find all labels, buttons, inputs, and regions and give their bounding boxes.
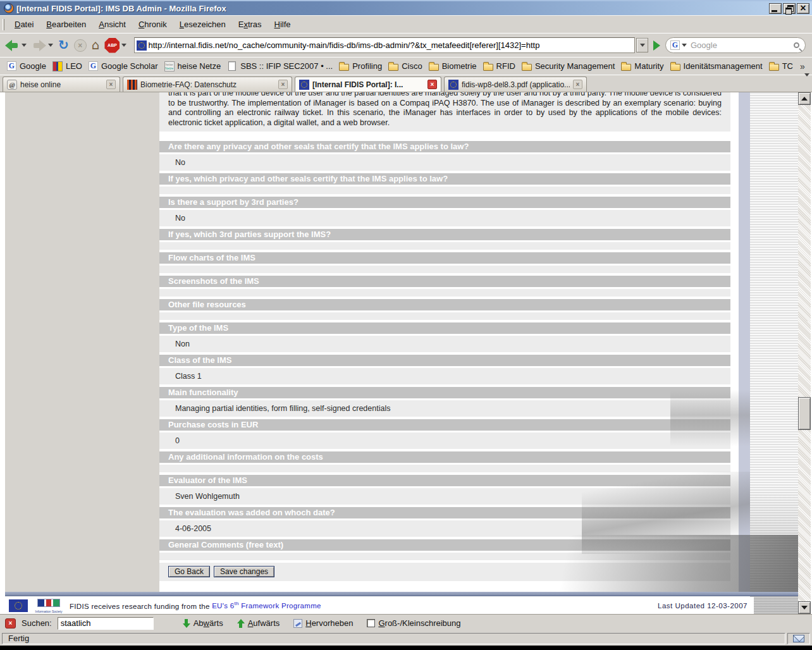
find-previous-button[interactable]: Aufwärts	[237, 618, 280, 628]
menu-item-ansicht[interactable]: Ansicht	[92, 18, 132, 31]
bookmark-sbs-ifip-sec2007[interactable]: SBS :: IFIP SEC2007 • ...	[224, 60, 336, 72]
field-label: General Comments (free text)	[159, 539, 730, 551]
form-field-if-yes-which-3rd-parties-support-the-ims: If yes, which 3rd parties support the IM…	[159, 229, 730, 250]
close-button[interactable]	[797, 3, 809, 14]
arrow-up-icon	[237, 619, 245, 628]
tab-internal-fidis-portal-i[interactable]: [Internal FIDIS Portal]: I...×	[295, 77, 441, 92]
find-close-button[interactable]: ×	[5, 618, 16, 629]
search-engine-dropdown-icon[interactable]	[682, 44, 687, 47]
form-field-evaluator-of-the-ims: Evaluator of the IMSSven Wohlgemuth	[159, 475, 730, 505]
bookmark-google[interactable]: Google	[4, 60, 49, 72]
tab-label: heise online	[20, 80, 103, 89]
tab-biometrie-faq-datenschutz[interactable]: Biometrie-FAQ: Datenschutz×	[123, 77, 292, 92]
forward-button[interactable]	[29, 35, 56, 56]
tab-close-button[interactable]: ×	[428, 80, 437, 89]
funding-statement: FIDIS receives research funding from the…	[70, 601, 321, 610]
bookmark-heise-netze[interactable]: heise Netze	[161, 60, 225, 73]
bookmark-maturity[interactable]: Maturity	[618, 60, 667, 72]
bookmark-security-management[interactable]: Security Management	[519, 60, 618, 72]
back-button[interactable]	[3, 35, 29, 56]
url-input[interactable]	[147, 40, 632, 50]
home-icon	[92, 39, 100, 52]
form-field-main-functionality: Main functionalityManaging partial ident…	[159, 387, 730, 417]
scroll-down-button[interactable]	[798, 601, 811, 614]
back-dropdown-icon[interactable]	[22, 44, 27, 47]
menu-item-hilfe[interactable]: Hilfe	[268, 18, 297, 31]
field-label: Other file resources	[159, 299, 730, 310]
bookmark-label: Google Scholar	[101, 61, 158, 71]
search-box[interactable]: Google	[665, 37, 806, 53]
search-input[interactable]: Google	[687, 40, 794, 50]
stop-button[interactable]	[71, 35, 89, 56]
url-history-dropdown-button[interactable]	[636, 38, 648, 52]
save-changes-button[interactable]: Save changes	[214, 566, 274, 577]
tab-fidis-wp8-del8-3-pdf-applicatio[interactable]: fidis-wp8-del8.3.pdf (applicatio...×	[444, 77, 587, 92]
tab-heise-online[interactable]: heise online×	[3, 77, 120, 92]
eu-icon	[448, 80, 458, 90]
bsi-icon	[127, 80, 137, 90]
match-case-checkbox[interactable]: Groß-/Kleinschreibung	[367, 618, 460, 628]
bookmark-label: Cisco	[402, 61, 422, 71]
tab-close-button[interactable]: ×	[278, 80, 288, 89]
menu-item-lesezeichen[interactable]: Lesezeichen	[173, 18, 232, 31]
bookmark-google-scholar[interactable]: Google Scholar	[85, 60, 161, 72]
url-bar[interactable]	[134, 37, 635, 53]
stop-icon	[74, 39, 87, 52]
tab-list-dropdown-button[interactable]	[803, 77, 809, 88]
forward-dropdown-icon[interactable]	[48, 44, 53, 47]
mail-status-panel[interactable]	[787, 633, 810, 644]
vertical-scrollbar[interactable]	[798, 92, 811, 614]
home-button[interactable]	[89, 35, 102, 56]
field-label: Is there a support by 3rd parties?	[159, 197, 730, 208]
forward-icon	[32, 40, 46, 51]
highlight-all-button[interactable]: Hervorheben	[293, 618, 353, 628]
find-previous-button-label: Aufwärts	[248, 618, 280, 628]
bookmark-rfid[interactable]: RFID	[480, 60, 519, 72]
field-label: If yes, which privacy and other seals ce…	[159, 173, 730, 185]
eu-flag-icon	[9, 599, 28, 612]
field-label: If yes, which 3rd parties support the IM…	[159, 229, 730, 240]
adblock-button[interactable]: ABP	[102, 35, 129, 56]
bookmark-tc[interactable]: TC	[766, 60, 796, 72]
find-input[interactable]	[58, 617, 154, 630]
bookmark-idenitätsmanagement[interactable]: Idenitätsmanagement	[667, 60, 766, 72]
bookmark-label: Maturity	[634, 61, 663, 71]
menu-item-chronik[interactable]: Chronik	[132, 18, 173, 31]
bookmark-cisco[interactable]: Cisco	[385, 60, 426, 72]
find-next-button[interactable]: Abwärts	[183, 618, 223, 628]
field-value	[159, 242, 730, 250]
tab-close-button[interactable]: ×	[106, 80, 116, 89]
go-button[interactable]	[653, 40, 660, 51]
restore-button[interactable]	[783, 3, 796, 14]
tab-close-button[interactable]: ×	[573, 80, 582, 89]
firefox-icon	[4, 3, 14, 13]
google-favicon	[670, 40, 680, 50]
bookmark-label: SBS :: IFIP SEC2007 • ...	[240, 61, 333, 71]
bookmark-leo[interactable]: LEO	[49, 60, 85, 73]
checkbox-icon[interactable]	[367, 619, 375, 627]
field-value: No	[159, 154, 730, 171]
tab-label: fidis-wp8-del8.3.pdf (applicatio...	[462, 80, 570, 89]
minimize-button[interactable]	[769, 3, 782, 14]
folder-icon	[522, 64, 532, 71]
field-value: Managing partial identities, form fillin…	[159, 400, 730, 417]
scroll-up-button[interactable]	[798, 92, 811, 105]
bookmark-label: RFID	[496, 61, 515, 71]
bookmark-profiling[interactable]: Profiling	[336, 60, 385, 72]
adblock-dropdown-icon[interactable]	[121, 44, 126, 47]
highlight-all-button-label: Hervorheben	[305, 618, 353, 628]
menu-item-extras[interactable]: Extras	[232, 18, 268, 31]
menu-item-bearbeiten[interactable]: Bearbeiten	[40, 18, 92, 31]
bookmark-biometrie[interactable]: Biometrie	[426, 60, 480, 72]
search-icon[interactable]	[794, 42, 799, 48]
folder-icon	[769, 64, 779, 71]
field-value	[159, 289, 730, 297]
bookmarks-overflow-chevron[interactable]: »	[796, 61, 809, 71]
menu-item-datei[interactable]: Datei	[8, 18, 40, 31]
framework-programme-link[interactable]: EU's 6th Framework Programme	[212, 602, 321, 610]
form-field-the-evaluation-was-added-on-whoch-date: The evaluation was added on whoch date?4…	[159, 507, 730, 537]
reload-button[interactable]	[56, 35, 71, 56]
triangle-down-icon	[801, 606, 808, 613]
go-back-button[interactable]: Go Back	[168, 566, 210, 577]
scrollbar-thumb[interactable]	[798, 397, 811, 430]
